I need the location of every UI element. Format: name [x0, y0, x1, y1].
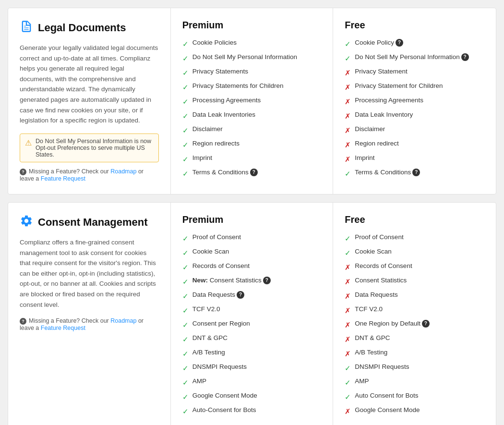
- check-icon: ✓: [345, 363, 351, 373]
- list-item: ✗Privacy Statement: [345, 67, 484, 78]
- feature-label: Region redirect: [355, 139, 399, 148]
- section-title-legal-documents: Legal Documents: [20, 20, 159, 36]
- cross-icon: ✗: [345, 291, 351, 301]
- feature-label: Data Requests: [355, 291, 397, 300]
- section-icon-legal-documents: [20, 20, 33, 36]
- list-item: ✓AMP: [345, 377, 484, 388]
- feature-label: DNT & GPC: [192, 334, 228, 343]
- list-item: ✗Records of Consent: [345, 262, 484, 272]
- feature-label: Disclaimer: [192, 125, 223, 134]
- list-item: ✗Imprint: [345, 154, 484, 164]
- list-item: ✓Proof of Consent: [182, 233, 322, 243]
- check-icon: ✓: [182, 377, 189, 388]
- help-icon[interactable]: ?: [412, 169, 420, 176]
- section-desc-consent-management: Complianz offers a fine-grained consent …: [20, 237, 159, 310]
- feature-label: Proof of Consent: [355, 233, 403, 242]
- cross-icon: ✗: [345, 125, 351, 135]
- check-icon: ✓: [182, 334, 189, 344]
- check-icon: ✓: [182, 248, 189, 258]
- list-item: ✓Privacy Statements: [182, 67, 322, 78]
- check-icon: ✓: [345, 233, 351, 243]
- list-item: ✓AMP: [182, 377, 322, 388]
- free-list-legal-documents: ✓Cookie Policy?✓Do Not Sell My Personal …: [345, 38, 484, 179]
- list-item: ✗Processing Agreements: [345, 96, 484, 107]
- check-icon: ✓: [182, 305, 189, 316]
- help-icon[interactable]: ?: [396, 39, 403, 47]
- list-item: ✗Data Requests: [345, 291, 484, 301]
- feature-label: Privacy Statement for Children: [355, 82, 443, 91]
- list-item: ✓Records of Consent: [182, 262, 322, 272]
- feature-label: Cookie Policy?: [355, 38, 403, 48]
- feature-request-link[interactable]: Feature Request: [41, 325, 85, 331]
- list-item: ✗TCF V2.0: [345, 305, 484, 316]
- cross-icon: ✗: [345, 68, 351, 78]
- premium-title-consent-management: Premium: [182, 214, 322, 225]
- list-item: ✓Cookie Policy?: [345, 38, 484, 49]
- check-icon: ✓: [182, 111, 189, 121]
- cross-icon: ✗: [345, 349, 351, 359]
- feature-label: Processing Agreements: [192, 96, 261, 105]
- premium-col-legal-documents: Premium✓Cookie Policies✓Do Not Sell My P…: [171, 8, 334, 194]
- list-item: ✓Data Requests?: [182, 291, 322, 301]
- list-item: ✓Privacy Statements for Children: [182, 82, 322, 92]
- premium-list-legal-documents: ✓Cookie Policies✓Do Not Sell My Personal…: [182, 38, 322, 179]
- list-item: ✗Privacy Statement for Children: [345, 82, 484, 92]
- check-icon: ✓: [182, 363, 189, 373]
- list-item: ✓Do Not Sell My Personal Information?: [345, 53, 484, 63]
- premium-title-legal-documents: Premium: [182, 20, 322, 31]
- cross-icon: ✗: [345, 111, 351, 121]
- missing-feature-help-icon: ?: [20, 169, 26, 175]
- list-item: ✓TCF V2.0: [182, 305, 322, 316]
- help-icon[interactable]: ?: [237, 291, 244, 299]
- list-item: ✓Cookie Scan: [182, 247, 322, 258]
- feature-label: Auto-Consent for Bots: [192, 406, 256, 415]
- help-icon[interactable]: ?: [461, 53, 469, 61]
- cross-icon: ✗: [345, 334, 351, 344]
- section-icon-consent-management: [20, 214, 33, 231]
- section-info-consent-management: Consent ManagementComplianz offers a fin…: [8, 203, 171, 425]
- check-icon: ✓: [182, 291, 189, 301]
- cross-icon: ✗: [345, 154, 351, 164]
- feature-label: Disclaimer: [355, 125, 385, 134]
- check-icon: ✓: [345, 248, 351, 258]
- missing-feature-text: ?Missing a Feature? Check our Roadmap or…: [20, 168, 159, 182]
- cross-icon: ✗: [345, 82, 351, 92]
- list-item: ✓Terms & Conditions?: [182, 168, 322, 179]
- list-item: ✗DNT & GPC: [345, 334, 484, 344]
- free-title-legal-documents: Free: [345, 20, 484, 31]
- help-icon[interactable]: ?: [422, 320, 430, 328]
- roadmap-link[interactable]: Roadmap: [110, 168, 136, 175]
- feature-label: DNT & GPC: [355, 334, 390, 343]
- feature-label: Cookie Scan: [355, 247, 392, 256]
- list-item: ✓DNSMPI Requests: [182, 363, 322, 373]
- list-item: ✓Cookie Policies: [182, 38, 322, 49]
- feature-label: TCF V2.0: [192, 305, 220, 314]
- feature-label: Region redirects: [192, 139, 240, 148]
- cross-icon: ✗: [345, 140, 351, 150]
- check-icon: ✓: [345, 39, 351, 49]
- help-icon[interactable]: ?: [263, 277, 271, 284]
- feature-label: Google Consent Mode: [355, 406, 420, 415]
- roadmap-link[interactable]: Roadmap: [110, 317, 136, 324]
- check-icon: ✓: [182, 140, 189, 150]
- feature-label: Consent Statistics: [355, 276, 407, 285]
- notice-box: ⚠Do Not Sell My Personal Information is …: [20, 134, 159, 162]
- check-icon: ✓: [182, 392, 189, 402]
- feature-label: Imprint: [192, 154, 212, 163]
- notice-text: Do Not Sell My Personal Information is n…: [36, 138, 154, 158]
- list-item: ✓Google Consent Mode: [182, 391, 322, 402]
- feature-label: Imprint: [355, 154, 374, 163]
- check-icon: ✓: [182, 277, 189, 287]
- free-list-consent-management: ✓Proof of Consent✓Cookie Scan✗Records of…: [345, 233, 484, 416]
- feature-label: Records of Consent: [192, 262, 250, 271]
- check-icon: ✓: [182, 406, 189, 416]
- list-item: ✓Auto-Consent for Bots: [182, 406, 322, 416]
- feature-request-link[interactable]: Feature Request: [41, 175, 85, 182]
- list-item: ✓Disclaimer: [182, 125, 322, 135]
- notice-warning-icon: ⚠: [25, 138, 32, 147]
- new-badge: New:: [192, 277, 210, 284]
- feature-label: Do Not Sell My Personal Information?: [355, 53, 468, 62]
- help-icon[interactable]: ?: [250, 169, 258, 176]
- check-icon: ✓: [182, 125, 189, 135]
- list-item: ✗One Region by Default?: [345, 319, 484, 330]
